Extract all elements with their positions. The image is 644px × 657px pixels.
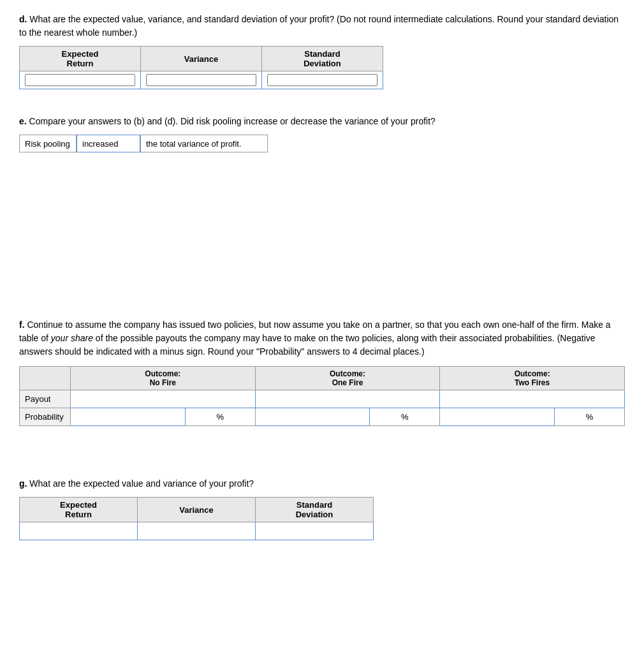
payout-two-fires[interactable] (440, 390, 625, 408)
prob-no-fire-input[interactable] (86, 412, 169, 422)
prob-two-fires-pct: % (554, 408, 624, 426)
section-f-table: Outcome:No Fire Outcome:One Fire Outcome… (19, 366, 625, 426)
col-g-expected-return: ExpectedReturn (20, 498, 138, 522)
probability-label: Probability (20, 408, 71, 426)
col-no-fire: Outcome:No Fire (71, 367, 256, 390)
col-f-blank (20, 367, 71, 390)
section-e-label: e. (19, 116, 27, 126)
risk-pooling-value-text: increased (82, 139, 118, 149)
expected-return-input[interactable] (25, 74, 135, 86)
prob-two-fires[interactable] (440, 408, 555, 426)
section-d-label: d. (19, 14, 27, 24)
variance-cell[interactable] (141, 71, 262, 89)
section-g-label: g. (19, 478, 27, 489)
risk-pooling-row: Risk pooling increased the total varianc… (19, 135, 625, 152)
section-d-text: What are the expected value, variance, a… (27, 14, 334, 24)
section-d-question: d. What are the expected value, variance… (19, 13, 625, 40)
section-f-label: f. (19, 320, 25, 330)
prob-no-fire[interactable] (71, 408, 186, 426)
section-f-question: f. Continue to assume the company has is… (19, 318, 625, 358)
payout-no-fire-input[interactable] (76, 394, 250, 404)
col-g-variance: Variance (138, 498, 256, 522)
section-g: g. What are the expected value and varia… (19, 477, 625, 540)
prob-one-fire-input[interactable] (271, 412, 354, 422)
g-std-deviation-cell[interactable] (256, 522, 374, 540)
table-row-d (20, 71, 383, 89)
g-variance-cell[interactable] (138, 522, 256, 540)
section-e-question: e. Compare your answers to (b) and (d). … (19, 115, 625, 128)
col-expected-return: ExpectedReturn (20, 47, 141, 71)
section-f-table-container: Outcome:No Fire Outcome:One Fire Outcome… (19, 366, 625, 426)
section-d-table-container: ExpectedReturn Variance StandardDeviatio… (19, 46, 625, 89)
risk-pooling-value[interactable]: increased (77, 135, 140, 152)
payout-one-fire-input[interactable] (261, 394, 435, 404)
prob-two-fires-input[interactable] (456, 412, 539, 422)
payout-one-fire[interactable] (255, 390, 440, 408)
g-expected-return-input[interactable] (25, 526, 132, 536)
table-row-g (20, 522, 374, 540)
section-e: e. Compare your answers to (b) and (d). … (19, 115, 625, 152)
risk-pooling-label: Risk pooling (19, 135, 77, 152)
g-variance-input[interactable] (143, 526, 250, 536)
risk-pooling-suffix: the total variance of profit. (140, 135, 268, 152)
section-f-italic: your share (51, 333, 93, 343)
col-two-fires: Outcome:Two Fires (440, 367, 625, 390)
payout-row: Payout (20, 390, 625, 408)
prob-one-fire-pct: % (370, 408, 440, 426)
prob-one-fire[interactable] (255, 408, 370, 426)
section-g-table-container: ExpectedReturn Variance StandardDeviatio… (19, 497, 625, 540)
expected-return-cell[interactable] (20, 71, 141, 89)
col-variance: Variance (141, 47, 262, 71)
g-std-deviation-input[interactable] (261, 526, 368, 536)
probability-row: Probability % % % (20, 408, 625, 426)
prob-no-fire-pct: % (185, 408, 255, 426)
section-f-text2: of the possible payouts the company may … (93, 333, 555, 343)
payout-label: Payout (20, 390, 71, 408)
payout-no-fire[interactable] (71, 390, 256, 408)
g-expected-return-cell[interactable] (20, 522, 138, 540)
section-g-text: What are the expected value and variance… (27, 478, 254, 489)
section-d: d. What are the expected value, variance… (19, 13, 625, 89)
section-g-table: ExpectedReturn Variance StandardDeviatio… (19, 497, 374, 540)
section-g-question: g. What are the expected value and varia… (19, 477, 625, 491)
std-deviation-cell[interactable] (262, 71, 383, 89)
section-f: f. Continue to assume the company has is… (19, 318, 625, 426)
payout-two-fires-input[interactable] (445, 394, 619, 404)
std-deviation-input[interactable] (267, 74, 377, 86)
section-d-table: ExpectedReturn Variance StandardDeviatio… (19, 46, 383, 89)
section-e-text: Compare your answers to (b) and (d). Did… (27, 116, 435, 126)
col-g-std-deviation: StandardDeviation (256, 498, 374, 522)
variance-input[interactable] (146, 74, 256, 86)
col-one-fire: Outcome:One Fire (255, 367, 440, 390)
col-std-deviation: StandardDeviation (262, 47, 383, 71)
